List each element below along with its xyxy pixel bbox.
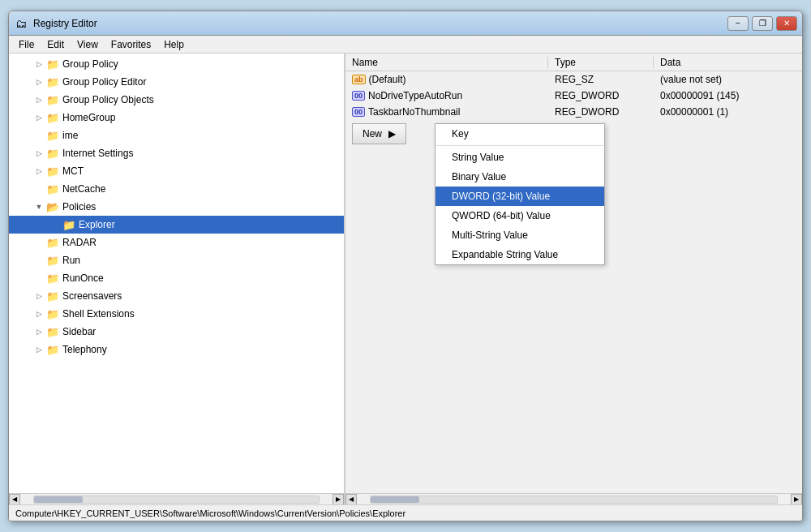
tree-item-shell-extensions[interactable]: ▷ 📁 Shell Extensions xyxy=(9,305,344,323)
tree-scroll-area[interactable]: ▷ 📁 Group Policy ▷ 📁 Group Policy Editor… xyxy=(9,54,344,493)
new-button-arrow: ▶ xyxy=(388,128,396,139)
tree-item-group-policy-editor[interactable]: ▷ 📁 Group Policy Editor xyxy=(9,73,344,91)
tree-item-group-policy[interactable]: ▷ 📁 Group Policy xyxy=(9,55,344,73)
expand-icon: ▷ xyxy=(33,290,45,302)
ctx-divider xyxy=(436,145,604,146)
folder-icon: 📁 xyxy=(46,165,59,178)
table-row[interactable]: ab (Default) REG_SZ (value not set) xyxy=(345,71,802,88)
minimize-button[interactable]: − xyxy=(727,16,749,31)
tree-label: Policies xyxy=(62,201,96,212)
cell-type-default: REG_SZ xyxy=(548,74,654,85)
tree-label: Telephony xyxy=(62,344,107,355)
close-button[interactable]: ✕ xyxy=(776,16,797,31)
row-name: TaskbarNoThumbnail xyxy=(368,106,460,118)
right-panel: Name Type Data ab (Default) REG_SZ (valu… xyxy=(345,54,802,493)
expand-icon: ▷ xyxy=(33,326,45,337)
scroll-left-arrow[interactable]: ◀ xyxy=(9,494,20,505)
folder-icon: 📁 xyxy=(62,218,75,231)
menu-help[interactable]: Help xyxy=(157,37,191,52)
tree-item-mct[interactable]: ▷ 📁 MCT xyxy=(9,162,344,180)
table-row[interactable]: 00 TaskbarNoThumbnail REG_DWORD 0x000000… xyxy=(345,104,802,120)
scroll-track[interactable] xyxy=(33,496,320,504)
status-path: Computer\HKEY_CURRENT_USER\Software\Micr… xyxy=(15,508,406,518)
table-header: Name Type Data xyxy=(345,54,802,71)
ctx-item-multistring-value[interactable]: Multi-String Value xyxy=(436,225,604,245)
column-header-type: Type xyxy=(548,57,654,68)
scroll-right-arrow[interactable]: ▶ xyxy=(333,494,344,505)
folder-icon: 📁 xyxy=(46,290,59,302)
value-type-icon-dw: 00 xyxy=(352,107,365,117)
folder-icon: 📁 xyxy=(46,58,59,71)
ctx-label: String Value xyxy=(452,152,504,163)
expand-icon: ▼ xyxy=(33,201,45,212)
tree-item-runonce[interactable]: 📁 RunOnce xyxy=(9,269,344,287)
right-h-scrollbar[interactable]: ◀ ▶ xyxy=(345,493,802,504)
scroll-right-arrow-right[interactable]: ▶ xyxy=(791,494,802,505)
tree-label: HomeGroup xyxy=(62,112,115,123)
column-header-name: Name xyxy=(345,57,548,68)
scroll-left-arrow-right[interactable]: ◀ xyxy=(345,494,357,505)
folder-icon: 📁 xyxy=(46,325,59,338)
app-icon: 🗂 xyxy=(14,16,28,31)
tree-label: MCT xyxy=(62,165,84,177)
ctx-item-expandable-string-value[interactable]: Expandable String Value xyxy=(436,245,604,264)
tree-item-run[interactable]: 📁 Run xyxy=(9,251,344,269)
expand-icon: ▷ xyxy=(33,112,45,123)
menu-edit[interactable]: Edit xyxy=(41,37,71,52)
tree-item-ime[interactable]: 📁 ime xyxy=(9,127,344,144)
ctx-item-dword-value[interactable]: DWORD (32-bit) Value xyxy=(436,187,604,206)
ctx-item-binary-value[interactable]: Binary Value xyxy=(436,167,604,187)
table-row[interactable]: 00 NoDriveTypeAutoRun REG_DWORD 0x000000… xyxy=(345,88,802,104)
expand-icon: ▷ xyxy=(33,76,45,88)
value-type-icon-ab: ab xyxy=(352,75,366,84)
folder-icon: 📁 xyxy=(46,307,59,320)
right-area: Name Type Data ab (Default) REG_SZ (valu… xyxy=(345,54,802,504)
tree-item-screensavers[interactable]: ▷ 📁 Screensavers xyxy=(9,287,344,305)
restore-button[interactable]: ❐ xyxy=(752,16,773,31)
tree-h-scrollbar[interactable]: ◀ ▶ xyxy=(9,493,344,504)
ctx-label: Key xyxy=(452,128,469,139)
folder-icon: 📁 xyxy=(46,147,59,160)
menu-view[interactable]: View xyxy=(71,37,105,52)
new-button-row: New ▶ Key String Value Binary Valu xyxy=(345,123,802,144)
folder-icon: 📁 xyxy=(46,93,59,106)
expand-icon: ▷ xyxy=(33,308,45,320)
tree-panel: ▷ 📁 Group Policy ▷ 📁 Group Policy Editor… xyxy=(9,54,345,504)
ctx-item-string-value[interactable]: String Value xyxy=(436,148,604,167)
tree-item-internet-settings[interactable]: ▷ 📁 Internet Settings xyxy=(9,144,344,162)
row-name: NoDriveTypeAutoRun xyxy=(368,90,462,101)
folder-icon: 📁 xyxy=(46,75,59,88)
tree-item-homegroup[interactable]: ▷ 📁 HomeGroup xyxy=(9,109,344,127)
tree-item-telephony[interactable]: ▷ 📁 Telephony xyxy=(9,341,344,358)
tree-label: ime xyxy=(62,130,78,141)
folder-icon: 📁 xyxy=(46,236,59,249)
scroll-track-right[interactable] xyxy=(370,496,778,504)
folder-open-icon: 📂 xyxy=(46,200,59,213)
menu-favorites[interactable]: Favorites xyxy=(105,37,157,52)
ctx-label: Binary Value xyxy=(452,171,506,182)
cell-data-taskbarnothumb: 0x00000001 (1) xyxy=(654,106,802,118)
tree-item-group-policy-objects[interactable]: ▷ 📁 Group Policy Objects xyxy=(9,91,344,109)
title-bar: 🗂 Registry Editor − ❐ ✕ xyxy=(9,11,802,36)
registry-editor-window: 🗂 Registry Editor − ❐ ✕ File Edit View F… xyxy=(8,11,803,521)
ctx-item-key[interactable]: Key xyxy=(436,124,604,144)
cell-name-nodriveautorun: 00 NoDriveTypeAutoRun xyxy=(345,90,548,101)
folder-icon: 📁 xyxy=(46,254,59,267)
tree-label: RunOnce xyxy=(62,272,104,284)
tree-item-sidebar[interactable]: ▷ 📁 Sidebar xyxy=(9,323,344,341)
cell-name-default: ab (Default) xyxy=(345,74,548,85)
window-controls: − ❐ ✕ xyxy=(727,16,797,31)
tree-item-radar[interactable]: 📁 RADAR xyxy=(9,234,344,251)
context-menu: Key String Value Binary Value DWORD (32-… xyxy=(435,123,605,265)
new-button[interactable]: New ▶ xyxy=(352,123,406,144)
scroll-thumb[interactable] xyxy=(34,496,83,503)
tree-label: Shell Extensions xyxy=(62,308,135,320)
folder-icon: 📁 xyxy=(46,111,59,124)
scroll-thumb-right[interactable] xyxy=(371,496,419,503)
menu-file[interactable]: File xyxy=(12,37,41,52)
tree-item-explorer[interactable]: 📁 Explorer xyxy=(9,216,344,234)
tree-item-netcache[interactable]: 📁 NetCache xyxy=(9,180,344,198)
window-title: Registry Editor xyxy=(33,18,727,29)
tree-item-policies[interactable]: ▼ 📂 Policies xyxy=(9,198,344,216)
ctx-item-qword-value[interactable]: QWORD (64-bit) Value xyxy=(436,206,604,225)
